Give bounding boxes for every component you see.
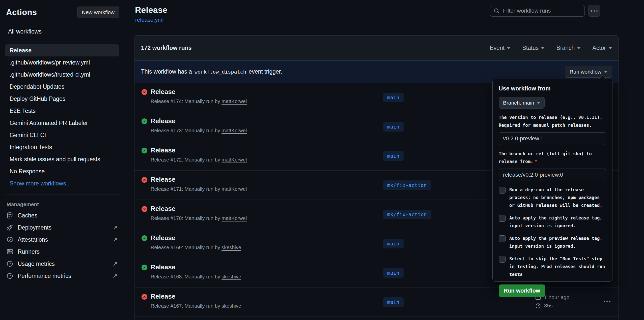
sidebar-item-all-workflows[interactable]: All workflows: [6, 27, 119, 37]
run-description: Release #171: Manually run by mattKorwel: [151, 186, 247, 192]
actor-link[interactable]: mattKorwel: [221, 215, 247, 221]
sidebar-item-release[interactable]: Release: [5, 44, 119, 56]
page-title: Release: [135, 5, 167, 15]
run-workflow-dropdown-button[interactable]: Run workflow: [565, 66, 612, 78]
branch-label[interactable]: main: [383, 239, 404, 248]
x-circle-icon: ✕: [142, 89, 147, 95]
nightly-tag-checkbox[interactable]: [499, 215, 506, 222]
sidebar-item-gemini-cli-ci[interactable]: Gemini CLI CI: [5, 129, 119, 141]
gauge-icon: [7, 273, 13, 279]
branch-label[interactable]: mk/fix-action: [383, 210, 431, 219]
chevron-down-icon: [608, 47, 612, 49]
external-link-icon: ↗: [113, 236, 118, 243]
chevron-down-icon: [604, 71, 607, 73]
show-more-workflows-link[interactable]: Show more workflows...: [5, 177, 119, 189]
branch-label[interactable]: main: [383, 268, 404, 278]
database-icon: [7, 212, 13, 219]
sidebar-item-runners[interactable]: Runners: [6, 246, 119, 258]
sidebar-divider: [6, 42, 120, 42]
run-options-button[interactable]: [604, 301, 610, 302]
branch-label[interactable]: main: [383, 122, 404, 132]
branch-label[interactable]: main: [383, 151, 404, 161]
run-description: Release #172: Manually run by mattKorwel: [151, 157, 247, 163]
sidebar-divider: [6, 195, 120, 195]
check-circle-icon: ✓: [142, 235, 147, 241]
run-description: Release #173: Manually run by mattKorwel: [151, 128, 247, 134]
run-description: Release #174: Manually run by mattKorwel: [151, 99, 247, 104]
sidebar-item-mark-stale[interactable]: Mark stale issues and pull requests: [5, 153, 119, 165]
sidebar-item-trusted-ci[interactable]: .github/workflows/trusted-ci.yml: [5, 69, 119, 81]
preview-tag-checkbox-group: Auto apply the preview release tag, inpu…: [499, 235, 606, 250]
skip-tests-checkbox-group: Select to skip the "Run Tests" step in t…: [499, 255, 606, 278]
banner-code: workflow_dispatch: [194, 69, 246, 75]
verified-icon: [7, 236, 13, 243]
actor-link[interactable]: skeshive: [221, 245, 241, 250]
actor-link[interactable]: skeshive: [221, 303, 241, 309]
nightly-tag-checkbox-group: Auto apply the nightly release tag, inpu…: [499, 214, 606, 230]
version-field-description: The version to release (e.g., v0.1.11). …: [499, 114, 606, 129]
run-title-link[interactable]: Release: [151, 205, 175, 213]
run-title-link[interactable]: Release: [151, 234, 175, 242]
run-title-link[interactable]: Release: [151, 88, 175, 96]
run-duration: 35s: [544, 303, 553, 309]
sidebar-item-attestations[interactable]: Attestations ↗: [6, 234, 119, 246]
run-title-link[interactable]: Release: [151, 146, 175, 154]
filter-runs-input[interactable]: [490, 5, 585, 17]
run-title-link[interactable]: Release: [151, 293, 175, 300]
branch-select-button[interactable]: Branch: main: [499, 97, 545, 109]
filter-status[interactable]: Status: [522, 45, 545, 51]
sidebar-title: Actions: [6, 8, 37, 17]
branch-label[interactable]: main: [383, 93, 404, 102]
run-title-link[interactable]: Release: [151, 176, 175, 183]
sidebar-item-label: Deployments: [18, 224, 51, 231]
preview-tag-checkbox[interactable]: [499, 235, 506, 242]
actor-link[interactable]: mattKorwel: [221, 157, 247, 163]
sidebar-item-label: Attestations: [18, 236, 48, 243]
actor-link[interactable]: skeshive: [221, 274, 241, 279]
runs-filters: Event Status Branch Actor: [490, 45, 612, 51]
x-circle-icon: ✕: [142, 294, 147, 300]
check-circle-icon: ✓: [142, 265, 147, 270]
branch-label[interactable]: mk/fix-action: [383, 180, 431, 190]
sidebar-item-usage-metrics[interactable]: Usage metrics ↗: [6, 258, 119, 270]
gauge-icon: [7, 261, 13, 267]
filter-branch[interactable]: Branch: [556, 45, 581, 51]
sidebar-item-deployments[interactable]: Deployments ↗: [6, 221, 119, 234]
chevron-down-icon: [577, 47, 581, 49]
workflow-file-link[interactable]: release.yml: [135, 17, 163, 23]
management-section-title: Management: [7, 201, 119, 207]
kebab-icon: [591, 10, 592, 12]
skip-tests-checkbox[interactable]: [499, 256, 506, 263]
kebab-icon: [604, 301, 605, 302]
run-workflow-submit-button[interactable]: Run workflow: [499, 284, 545, 297]
external-link-icon: ↗: [113, 272, 118, 279]
management-list: Caches Deployments ↗ Attestations ↗ Runn…: [6, 209, 119, 282]
chevron-down-icon: [537, 102, 540, 104]
sidebar-item-deploy-github-pages[interactable]: Deploy GitHub Pages: [5, 93, 119, 105]
actions-sidebar: Actions New workflow All workflows Relea…: [0, 0, 125, 320]
sidebar-item-no-response[interactable]: No Response: [5, 165, 119, 177]
sidebar-item-pr-review[interactable]: .github/workflows/pr-review.yml: [5, 56, 119, 69]
run-title-link[interactable]: Release: [151, 117, 175, 125]
workflow-options-button[interactable]: [588, 5, 600, 17]
run-title-link[interactable]: Release: [151, 263, 175, 271]
workflow-list: Release .github/workflows/pr-review.yml …: [6, 44, 119, 189]
new-workflow-button[interactable]: New workflow: [77, 7, 119, 18]
branch-label[interactable]: main: [383, 297, 404, 307]
dry-run-checkbox[interactable]: [499, 187, 506, 194]
sidebar-item-dependabot-updates[interactable]: Dependabot Updates: [5, 81, 119, 93]
sidebar-item-integration-tests[interactable]: Integration Tests: [5, 141, 119, 153]
sidebar-item-gemini-pr-labeler[interactable]: Gemini Automated PR Labeler: [5, 117, 119, 129]
branch-ref-input[interactable]: [499, 169, 606, 181]
filter-event[interactable]: Event: [490, 45, 511, 51]
sidebar-item-caches[interactable]: Caches: [6, 209, 119, 221]
actor-link[interactable]: mattKorwel: [221, 186, 247, 192]
filter-actor[interactable]: Actor: [592, 45, 612, 51]
sidebar-item-performance-metrics[interactable]: Performance metrics ↗: [6, 270, 119, 282]
actor-link[interactable]: mattKorwel: [221, 99, 247, 104]
sidebar-item-e2e-tests[interactable]: E2E Tests: [5, 105, 119, 117]
check-circle-icon: ✓: [142, 118, 147, 124]
version-input[interactable]: [499, 132, 606, 145]
x-circle-icon: ✕: [142, 177, 147, 183]
actor-link[interactable]: mattKorwel: [221, 128, 247, 133]
